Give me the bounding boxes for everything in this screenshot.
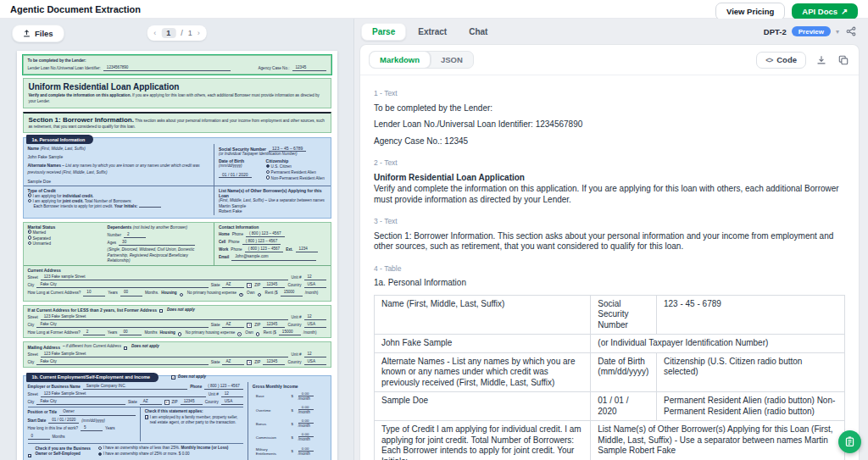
feedback-button[interactable] bbox=[838, 430, 861, 453]
doc-mail-country-label: Country bbox=[287, 360, 301, 365]
chevron-down-icon[interactable]: ▾ bbox=[836, 28, 839, 36]
table-cell: (or Individual Taxpayer Identification N… bbox=[591, 335, 845, 353]
doc-emp-country: USA bbox=[221, 399, 243, 405]
doc-mailing-address[interactable]: Mailing Address– if different from Curre… bbox=[23, 341, 331, 368]
gross-row-label: Base bbox=[254, 391, 288, 402]
doc-former-address[interactable]: If at Current Address for LESS than 2 ye… bbox=[23, 305, 331, 339]
doc-section1-title: Section 1: Borrower Information. bbox=[29, 116, 134, 124]
doc-own-opt2: I have an ownership share of 25% or more… bbox=[103, 452, 178, 457]
tab-extract[interactable]: Extract bbox=[408, 24, 457, 40]
doc-cur-addr-label: Current Address bbox=[28, 268, 326, 273]
doc-emp-city-label: City bbox=[28, 400, 35, 405]
code-button[interactable]: <>Code bbox=[756, 52, 806, 69]
page-separator: / bbox=[181, 29, 183, 37]
table-cell: Date of Birth (mm/dd/yyyy) bbox=[591, 352, 657, 392]
doc-mail-zip: 12345 bbox=[263, 359, 285, 365]
chunk-3[interactable]: 3 - Text Section 1: Borrower Information… bbox=[374, 216, 845, 252]
doc-stmt-text: I am employed by a family member, proper… bbox=[150, 415, 239, 425]
doc-cur-street-label: Street bbox=[28, 275, 38, 280]
model-name[interactable]: DPT-2 bbox=[764, 27, 787, 36]
doc-emp-phone-label: Phone bbox=[190, 385, 202, 390]
doc-former-country-label: Country bbox=[287, 323, 301, 328]
doc-own-opt1: I have an ownership share of less than 2… bbox=[103, 446, 180, 451]
doc-marital-contact[interactable]: Marital Status Married Separated Unmarri… bbox=[23, 222, 331, 302]
chunk-4[interactable]: 4 - Table 1a. Personal Information Name … bbox=[374, 263, 845, 460]
current-page[interactable]: 1 bbox=[161, 28, 175, 38]
doc-credit-opt2: joint credit. bbox=[63, 199, 84, 203]
state-dropdown-icon: ▾ bbox=[247, 360, 252, 365]
doc-credit-line3: Each Borrower intends to apply for joint… bbox=[34, 204, 114, 208]
tab-chat[interactable]: Chat bbox=[459, 24, 498, 40]
chunk-2[interactable]: 2 - Text Uniform Residential Loan Applic… bbox=[374, 158, 845, 205]
doc-cell-v: ( 800 ) 123 – 4567 bbox=[242, 239, 281, 245]
state-dropdown-icon: ▾ bbox=[247, 323, 252, 328]
table-cell: 01 / 01 / 2020 bbox=[591, 392, 657, 421]
doc-owner-label: Check if you are the Business Owner or S… bbox=[36, 446, 96, 457]
doc-mail-street: 123 Fake Sample Street bbox=[41, 352, 289, 357]
doc-lender-strip[interactable]: To be completed by the Lender: Lender Lo… bbox=[23, 55, 331, 75]
header-actions: View Pricing API Docs↗ bbox=[715, 3, 858, 20]
doc-howlong-years-label: Years bbox=[105, 426, 115, 431]
app-header: Agentic Document Extraction View Pricing… bbox=[0, 0, 868, 19]
view-pricing-button[interactable]: View Pricing bbox=[715, 3, 785, 20]
doc-section1-header[interactable]: Section 1: Borrower Information. This se… bbox=[23, 112, 331, 133]
gross-cur: $ bbox=[289, 404, 294, 416]
doc-cur-street: 123 Fake sample Street bbox=[41, 274, 289, 280]
chunk-text: Uniform Residential Loan Application bbox=[374, 173, 845, 184]
doc-cur-zip-label: ZIP bbox=[254, 283, 260, 288]
doc-howlong-label: How long in this line of work? bbox=[28, 426, 79, 431]
gross-cur: $ bbox=[289, 431, 294, 443]
doc-cur-years-label: Years bbox=[108, 291, 118, 296]
next-page-icon[interactable]: › bbox=[198, 29, 200, 37]
radio-individual-credit bbox=[28, 193, 32, 197]
doc-cur-months: 00 bbox=[120, 290, 142, 296]
gross-row-label: Bonus bbox=[254, 418, 288, 430]
chunk-text: Section 1: Borrower Information. This se… bbox=[374, 231, 845, 252]
table-row: Type of Credit I am applying for individ… bbox=[375, 421, 845, 460]
doc-sec1b-dna: Does not apply bbox=[178, 374, 206, 380]
doc-title-block[interactable]: Uniform Residential Loan Application Ver… bbox=[23, 78, 331, 108]
chunk-1[interactable]: 1 - Text To be completed by the Lender: … bbox=[374, 88, 845, 147]
doc-employer: Sample Company INC. bbox=[83, 384, 187, 390]
copy-button[interactable] bbox=[837, 53, 850, 67]
table-cell: Alternate Names - List any names by whic… bbox=[375, 352, 591, 392]
doc-former-housing-label: Housing bbox=[159, 330, 175, 335]
doc-former-dna: Does not apply bbox=[167, 308, 195, 313]
doc-position: Owner bbox=[59, 409, 136, 415]
doc-cur-country-label: Country bbox=[287, 283, 301, 288]
radio-us-citizen bbox=[266, 164, 270, 169]
download-button[interactable] bbox=[815, 53, 828, 67]
table-row: John Fake Sample (or Individual Taxpayer… bbox=[375, 335, 845, 353]
doc-mail-sub: – if different from Current Address bbox=[63, 344, 121, 349]
doc-sec1b[interactable]: 1b. Current Employment/Self-Employment a… bbox=[23, 375, 331, 460]
radio-married bbox=[28, 230, 32, 234]
doc-howlong-years: 5 bbox=[81, 425, 103, 431]
doc-initials-value bbox=[139, 207, 161, 208]
doc-credit-opt2-pre: I am applying for bbox=[33, 199, 63, 203]
prev-page-icon[interactable]: ‹ bbox=[153, 29, 156, 37]
toggle-json[interactable]: JSON bbox=[431, 52, 473, 68]
doc-sec1a[interactable]: 1a. Personal Information Name (First, Mi… bbox=[23, 137, 331, 219]
radio-non-perm-resident bbox=[266, 175, 270, 180]
doc-former-state: AZ bbox=[222, 322, 244, 328]
doc-cur-unit-label: Unit # bbox=[291, 275, 301, 280]
api-docs-button[interactable]: API Docs↗ bbox=[792, 3, 858, 19]
doc-former-hopt3: Rent ($ bbox=[264, 330, 276, 335]
share-icon bbox=[846, 26, 856, 36]
code-button-label: Code bbox=[776, 55, 797, 64]
doc-mail-zip-label: ZIP bbox=[254, 360, 260, 365]
radio-rent bbox=[256, 332, 260, 336]
doc-cell-b: Cell bbox=[219, 240, 225, 245]
doc-email-value: John@sample.com bbox=[231, 254, 316, 260]
doc-credit-opt2-rest: Total Number of Borrowers: bbox=[85, 199, 132, 203]
tab-parse[interactable]: Parse bbox=[361, 23, 406, 41]
chunk-label: 1 - Text bbox=[374, 88, 845, 99]
doc-cur-rent-suffix: /month) bbox=[305, 291, 319, 296]
radio-unmarried bbox=[28, 241, 32, 246]
doc-former-howlong: How Long at Former Address? bbox=[28, 330, 81, 335]
files-button[interactable]: Files bbox=[12, 25, 64, 42]
toggle-markdown[interactable]: Markdown bbox=[370, 52, 431, 68]
share-button[interactable] bbox=[844, 25, 858, 38]
radio-joint-credit bbox=[28, 199, 32, 203]
doc-emp-state-label: State bbox=[128, 400, 137, 405]
